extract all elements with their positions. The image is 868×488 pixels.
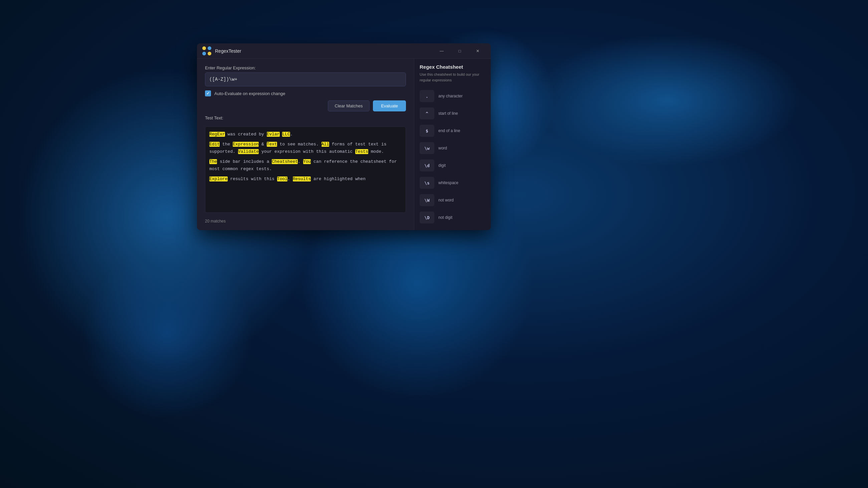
icon-dot-bl [202, 52, 206, 55]
cheatsheet-item-word[interactable]: \w word [414, 139, 491, 157]
match-explore: Explore [209, 176, 228, 182]
minimize-button[interactable]: — [434, 46, 450, 56]
auto-evaluate-checkbox[interactable]: ✓ [205, 90, 211, 96]
cheat-symbol-dollar: $ [420, 125, 434, 137]
test-line-2: Edit the Expression & Text to see matche… [209, 141, 402, 156]
cheatsheet-item-notdigit[interactable]: \D not digit [414, 209, 491, 226]
cheat-symbol-notword: \W [420, 194, 434, 206]
cheat-desc-notword: not word [438, 198, 454, 202]
content-area: Enter Regular Expression: ✓ Auto-Evaluat… [197, 59, 491, 230]
match-you: You [303, 159, 311, 164]
cheatsheet-item-space[interactable]: \s whitespace [414, 174, 491, 192]
app-window: RegexTester — □ ✕ Enter Regular Expressi… [197, 43, 491, 230]
maximize-button[interactable]: □ [452, 46, 467, 56]
window-controls: — □ ✕ [434, 46, 486, 56]
checkmark-icon: ✓ [206, 91, 210, 96]
match-all: All [321, 142, 329, 147]
cheat-desc-caret: start of line [438, 111, 458, 116]
match-tool: Tool [277, 176, 287, 182]
match-llc: LLC [282, 132, 290, 137]
cheat-desc-space: whitespace [438, 181, 458, 185]
cheatsheet-item-caret[interactable]: ^ start of line [414, 105, 491, 122]
match-expression: Expression [233, 142, 259, 147]
title-bar: RegexTester — □ ✕ [197, 43, 491, 59]
cheatsheet-subtitle: Use this cheatsheet to build our your re… [414, 72, 491, 83]
match-cheatsheet: Cheatsheet [272, 159, 298, 164]
test-text-label: Test Text: [205, 116, 406, 121]
test-line-3: The side bar includes a Cheatsheet. You … [209, 158, 402, 173]
cheat-symbol-notdigit: \D [420, 212, 434, 224]
icon-dot-tr [208, 46, 211, 50]
cheat-desc-dollar: end of a line [438, 128, 460, 133]
cheat-symbol-word: \w [420, 142, 434, 154]
evaluate-button[interactable]: Evaluate [373, 100, 406, 111]
test-line-1: RegExr was created by Evlar LLC. [209, 131, 402, 138]
auto-evaluate-row: ✓ Auto-Evaluate on expression change [205, 90, 406, 96]
test-text-area[interactable]: RegExr was created by Evlar LLC. Edit th… [205, 126, 406, 213]
cheat-desc-dot: any character [438, 94, 463, 98]
cheat-symbol-caret: ^ [420, 107, 434, 120]
match-regexr: RegExr [209, 132, 225, 137]
cheat-symbol-space: \s [420, 177, 434, 189]
clear-matches-button[interactable]: Clear Matches [328, 100, 370, 111]
cheat-desc-notdigit: not digit [438, 215, 452, 220]
cheatsheet-item-dot[interactable]: . any character [414, 87, 491, 105]
match-evlar: Evlar [267, 132, 280, 137]
regex-label: Enter Regular Expression: [205, 65, 406, 70]
match-text: Text [267, 142, 277, 147]
icon-dot-tl [202, 46, 206, 50]
regex-input[interactable] [205, 72, 406, 87]
cheat-symbol-digit: \d [420, 159, 434, 171]
match-validate: Validate [238, 149, 259, 154]
test-line-4: Explore results with this Tool. Results … [209, 175, 402, 183]
cheat-desc-digit: digit [438, 163, 446, 168]
app-title: RegexTester [215, 48, 241, 54]
close-button[interactable]: ✕ [470, 46, 486, 56]
cheatsheet-item-digit[interactable]: \d digit [414, 157, 491, 174]
cheatsheet-title: Regex Cheatsheet [414, 64, 491, 70]
match-count: 20 matches [205, 219, 406, 224]
cheatsheet-panel: Regex Cheatsheet Use this cheatsheet to … [414, 59, 491, 230]
button-row: Clear Matches Evaluate [205, 100, 406, 111]
app-icon [202, 46, 212, 56]
cheat-symbol-dot: . [420, 90, 434, 102]
main-panel: Enter Regular Expression: ✓ Auto-Evaluat… [197, 59, 414, 230]
cheat-desc-word: word [438, 146, 447, 151]
cheatsheet-item-notword[interactable]: \W not word [414, 192, 491, 209]
match-results: Results [293, 176, 311, 182]
title-bar-left: RegexTester [202, 46, 434, 56]
match-the: The [209, 159, 217, 164]
icon-dot-br [208, 52, 211, 55]
match-tests: Tests [355, 149, 368, 154]
auto-evaluate-label: Auto-Evaluate on expression change [214, 91, 285, 96]
match-edit: Edit [209, 142, 220, 147]
regex-section: Enter Regular Expression: [205, 65, 406, 87]
cheatsheet-item-dollar[interactable]: $ end of a line [414, 122, 491, 139]
